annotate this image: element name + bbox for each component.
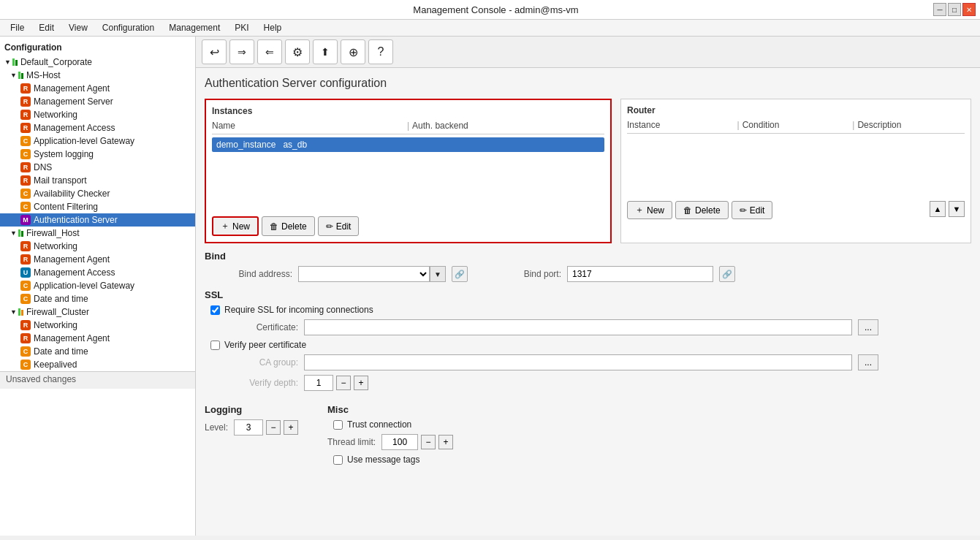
two-panel: Instances Name | Auth. backend demo_inst… — [205, 99, 971, 243]
sidebar-item-label-23: Keepalived — [34, 360, 77, 370]
sidebar-item-4[interactable]: RNetworking — [0, 108, 195, 121]
menu-file[interactable]: File — [3, 21, 31, 34]
badge-5: R — [20, 123, 31, 133]
instances-edit-btn[interactable]: ✏ Edit — [318, 216, 360, 236]
sidebar-item-13[interactable]: ▼Firewall_Host — [0, 227, 195, 240]
badge-8: R — [20, 162, 31, 172]
menu-view[interactable]: View — [61, 21, 95, 34]
router-new-btn[interactable]: ＋ New — [627, 201, 672, 219]
content-area: ↩ ⇒ ⇐ ⚙ ⬆ ⊕ ? Authentication Server conf… — [196, 37, 980, 536]
sidebar-item-label-4: Networking — [34, 110, 77, 120]
router-col-instance: Instance — [627, 120, 734, 130]
verify-peer-checkbox[interactable] — [210, 341, 220, 350]
badge-21: R — [20, 333, 31, 343]
sidebar-item-20[interactable]: RNetworking — [0, 319, 195, 332]
instances-delete-btn[interactable]: 🗑 Delete — [262, 216, 315, 236]
verify-depth-minus-btn[interactable]: − — [336, 376, 351, 390]
verify-depth-input[interactable] — [304, 375, 333, 391]
router-table-header: Instance | Condition | Description — [627, 120, 965, 134]
bind-address-row: Bind address: ▼ 🔗 Bind port: 🔗 — [205, 266, 971, 282]
sidebar-item-12[interactable]: MAuthentication Server — [0, 213, 195, 227]
menu-configuration[interactable]: Configuration — [95, 21, 162, 34]
bind-address-link-icon[interactable]: 🔗 — [452, 266, 468, 282]
level-plus-btn[interactable]: + — [284, 420, 298, 435]
verify-depth-plus-btn[interactable]: + — [354, 376, 368, 390]
forward-toolbar-btn[interactable]: ⇒ — [229, 39, 254, 64]
page-content: Authentication Server configuration Inst… — [196, 68, 980, 536]
sidebar-item-6[interactable]: CApplication-level Gateway — [0, 134, 195, 148]
sidebar-item-14[interactable]: RNetworking — [0, 240, 195, 253]
sidebar-item-15[interactable]: RManagement Agent — [0, 253, 195, 266]
sidebar-item-8[interactable]: RDNS — [0, 161, 195, 174]
menu-help[interactable]: Help — [257, 21, 289, 34]
instances-row-0[interactable]: demo_instance as_db — [212, 137, 604, 152]
certificate-row: Certificate: ... — [205, 319, 971, 335]
require-ssl-checkbox[interactable] — [210, 305, 220, 315]
sidebar-item-2[interactable]: RManagement Agent — [0, 82, 195, 95]
upload-toolbar-btn[interactable]: ⬆ — [313, 39, 338, 64]
thread-limit-minus-btn[interactable]: − — [421, 435, 436, 449]
plus-icon: ＋ — [221, 220, 229, 232]
level-input[interactable] — [234, 419, 263, 436]
back-toolbar-btn[interactable]: ↩ — [202, 39, 227, 64]
instances-new-btn[interactable]: ＋ New — [212, 216, 259, 236]
sidebar-item-0[interactable]: ▼Default_Corporate — [0, 56, 195, 69]
settings-toolbar-btn[interactable]: ⚙ — [285, 39, 310, 64]
sidebar-item-3[interactable]: RManagement Server — [0, 95, 195, 108]
level-minus-btn[interactable]: − — [266, 420, 281, 435]
sidebar-item-23[interactable]: CKeepalived — [0, 358, 195, 371]
sidebar-item-label-11: Content Filtering — [34, 202, 98, 212]
sidebar-item-7[interactable]: CSystem logging — [0, 148, 195, 161]
sidebar-item-17[interactable]: CApplication-level Gateway — [0, 279, 195, 292]
sidebar-item-16[interactable]: UManagement Access — [0, 266, 195, 279]
ca-group-input[interactable] — [304, 354, 852, 370]
close-button[interactable]: ✕ — [962, 3, 976, 16]
minimize-button[interactable]: ─ — [933, 3, 946, 16]
router-edit-btn[interactable]: ✏ Edit — [732, 201, 773, 219]
bind-port-link-icon[interactable]: 🔗 — [719, 266, 735, 282]
backward-toolbar-btn[interactable]: ⇐ — [257, 39, 282, 64]
badge-10: C — [20, 189, 31, 199]
menu-pki[interactable]: PKI — [227, 21, 256, 34]
router-label: Router — [627, 105, 965, 115]
level-row: Level: − + — [205, 419, 298, 436]
instances-label: Instances — [212, 106, 604, 116]
router-up-btn[interactable]: ▲ — [930, 201, 946, 217]
sidebar-item-10[interactable]: CAvailability Checker — [0, 187, 195, 200]
sidebar-item-11[interactable]: CContent Filtering — [0, 200, 195, 213]
bind-port-input[interactable] — [567, 266, 713, 282]
menu-edit[interactable]: Edit — [31, 21, 61, 34]
sidebar-item-18[interactable]: CDate and time — [0, 292, 195, 305]
thread-limit-plus-btn[interactable]: + — [438, 435, 453, 449]
certificate-input[interactable] — [304, 319, 852, 335]
thread-limit-input[interactable] — [381, 434, 418, 450]
certificate-dots-btn[interactable]: ... — [858, 319, 878, 335]
sidebar-item-21[interactable]: RManagement Agent — [0, 332, 195, 345]
bind-address-select[interactable] — [298, 266, 430, 282]
instances-empty-space — [212, 152, 604, 210]
sidebar-group-label-13: Firewall_Host — [26, 228, 80, 238]
trust-connection-checkbox[interactable] — [333, 420, 343, 430]
maximize-button[interactable]: □ — [948, 3, 961, 16]
ca-group-dots-btn[interactable]: ... — [858, 354, 878, 370]
bind-address-dropdown-arrow[interactable]: ▼ — [430, 266, 446, 282]
sidebar-item-label-20: Networking — [34, 320, 77, 330]
menu-management[interactable]: Management — [162, 21, 227, 34]
sidebar-item-1[interactable]: ▼MS-Host — [0, 69, 195, 82]
sidebar-item-9[interactable]: RMail transport — [0, 174, 195, 187]
group-bars-19 — [18, 308, 23, 316]
use-message-tags-label: Use message tags — [347, 455, 419, 465]
sidebar: Configuration ▼Default_Corporate▼MS-Host… — [0, 37, 196, 536]
use-message-tags-checkbox[interactable] — [333, 455, 343, 465]
group-bars-1 — [18, 72, 23, 79]
target-toolbar-btn[interactable]: ⊕ — [341, 39, 365, 64]
sidebar-item-5[interactable]: RManagement Access — [0, 121, 195, 134]
router-down-btn[interactable]: ▼ — [949, 201, 965, 217]
router-btn-row: ＋ New 🗑 Delete ✏ Edit ▲ ▼ — [627, 201, 965, 219]
help-toolbar-btn[interactable]: ? — [368, 39, 393, 64]
sidebar-item-22[interactable]: CDate and time — [0, 345, 195, 358]
sidebar-item-label-18: Date and time — [34, 294, 88, 304]
bind-port-label: Bind port: — [474, 269, 561, 279]
router-delete-btn[interactable]: 🗑 Delete — [675, 201, 729, 219]
sidebar-item-19[interactable]: ▼Firewall_Cluster — [0, 305, 195, 319]
